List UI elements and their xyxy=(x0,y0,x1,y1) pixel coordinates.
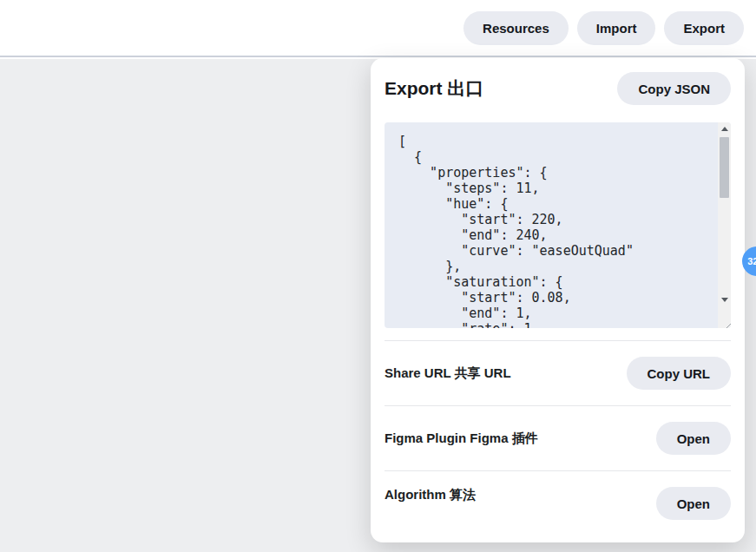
copy-url-button[interactable]: Copy URL xyxy=(627,357,732,390)
code-scrollbar[interactable] xyxy=(718,122,731,328)
figma-plugin-label: Figma Plugin Figma 插件 xyxy=(385,430,538,447)
algorithm-label: Algorithm 算法 xyxy=(385,487,476,503)
figma-plugin-row: Figma Plugin Figma 插件 Open xyxy=(385,406,731,470)
copy-json-button[interactable]: Copy JSON xyxy=(617,72,731,105)
export-panel-title: Export 出口 xyxy=(385,76,483,101)
import-button[interactable]: Import xyxy=(577,11,656,45)
share-url-row: Share URL 共享 URL Copy URL xyxy=(385,341,731,405)
export-panel-header: Export 出口 Copy JSON xyxy=(385,72,731,105)
export-dropdown-panel: Export 出口 Copy JSON [ { "properties": { … xyxy=(371,58,745,542)
export-json-textarea[interactable]: [ { "properties": { "steps": 11, "hue": … xyxy=(385,122,731,328)
figma-plugin-open-button[interactable]: Open xyxy=(656,422,731,455)
topbar: Resources Import Export xyxy=(0,0,756,57)
share-url-label: Share URL 共享 URL xyxy=(385,365,511,382)
export-button[interactable]: Export xyxy=(664,11,744,45)
scroll-down-icon[interactable] xyxy=(718,293,731,306)
export-json-code[interactable]: [ { "properties": { "steps": 11, "hue": … xyxy=(385,122,718,328)
scroll-up-icon[interactable] xyxy=(718,122,731,135)
algorithm-row: Algorithm 算法 Open xyxy=(385,471,731,544)
resources-button[interactable]: Resources xyxy=(463,11,569,45)
algorithm-open-button[interactable]: Open xyxy=(656,487,731,520)
scrollbar-thumb[interactable] xyxy=(720,137,729,198)
